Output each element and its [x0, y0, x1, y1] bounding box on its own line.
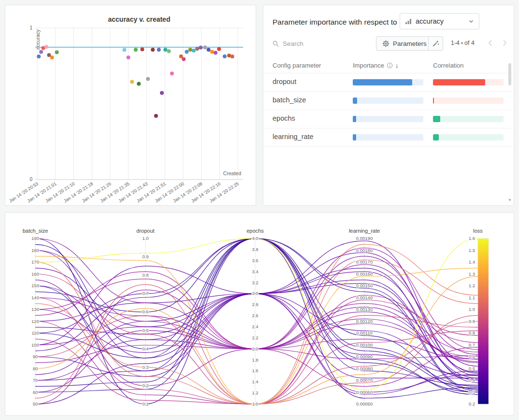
tick-label: 0.6 [469, 354, 475, 359]
search-icon [273, 41, 279, 47]
scatter-plot-container[interactable]: accuracy v. created012.03.04.05.06.07.08… [5, 5, 256, 207]
axis-title: dropout [136, 228, 154, 234]
tick-label: 0.9 [469, 319, 475, 324]
scatter-point[interactable] [140, 47, 144, 51]
tick-label: 1.6 [469, 236, 475, 241]
importance-bar [353, 79, 423, 85]
tick-label: 0.00160 [356, 271, 373, 277]
tick-label: 2.0 [252, 346, 258, 351]
parallel-coordinates-panel: batch_size506070809010011012013014015016… [5, 212, 514, 416]
chevron-down-icon [468, 18, 474, 24]
scatter-point[interactable] [130, 80, 134, 84]
scatter-point[interactable] [160, 91, 164, 95]
scatter-point[interactable] [37, 55, 41, 58]
table-row[interactable]: epochs [263, 110, 514, 128]
scatter-point[interactable] [223, 55, 227, 58]
next-page-button[interactable] [499, 38, 510, 48]
tick-label: 0.00140 [356, 295, 373, 300]
scatter-point[interactable] [214, 51, 217, 55]
tick-label: 0.00170 [356, 259, 373, 265]
tick-label: 0.5 [142, 328, 148, 333]
scrollbar-thumb[interactable] [508, 63, 511, 85]
prev-page-button[interactable] [485, 38, 495, 48]
column-config-parameter: Config parameter [273, 62, 321, 69]
scatter-point[interactable] [217, 47, 221, 51]
scatter-point[interactable] [185, 50, 188, 54]
scatter-point[interactable] [55, 50, 59, 54]
magic-wand-button[interactable] [428, 36, 443, 51]
correlation-bar [433, 116, 504, 122]
pagination-caret-icon: ▾ [461, 41, 463, 45]
tick-label: 150 [31, 283, 39, 288]
pagination[interactable]: 1-4▾ of 4 [451, 40, 475, 46]
scatter-point[interactable] [167, 49, 171, 53]
scatter-point[interactable] [157, 48, 161, 52]
scatter-plot[interactable]: accuracy v. created012.03.04.05.06.07.08… [5, 5, 256, 205]
scatter-point[interactable] [127, 56, 130, 59]
scatter-point[interactable] [134, 48, 138, 52]
tick-label: 70 [33, 378, 38, 383]
scatter-point[interactable] [192, 49, 196, 53]
scatter-point[interactable] [122, 48, 126, 52]
tick-label: 0.00090 [356, 354, 373, 359]
x-axis-label: Created [223, 170, 242, 176]
importance-table-body: dropoutbatch_sizeepochslearning_rate [263, 73, 514, 147]
parallel-coordinates-container[interactable]: batch_size506070809010011012013014015016… [5, 213, 514, 417]
tick-label: 0.00110 [356, 330, 373, 336]
scatter-point[interactable] [188, 48, 192, 52]
scatter-point[interactable] [227, 54, 231, 57]
search-placeholder: Search [283, 40, 303, 47]
scatter-point[interactable] [210, 50, 214, 54]
scatter-point[interactable] [50, 56, 54, 59]
config-parameter-name: learning_rate [273, 133, 314, 140]
importance-title: Parameter importance with respect to [273, 18, 397, 27]
tick-label: 130 [31, 307, 39, 312]
tick-label: 2.2 [252, 335, 258, 340]
tick-label: 3.6 [252, 258, 258, 263]
tick-label: 1.0 [469, 307, 475, 312]
search-input[interactable]: Search [273, 40, 303, 47]
tick-label: 190 [31, 236, 39, 241]
table-row[interactable]: dropout [263, 73, 514, 92]
importance-table-header: Config parameter Importance ↓ Correlatio… [263, 59, 514, 73]
scrollbar-down-arrow-icon[interactable]: ▼ [508, 198, 512, 202]
scatter-point[interactable] [163, 48, 167, 52]
scatter-point[interactable] [182, 57, 186, 61]
importance-header: Parameter importance with respect to acc… [263, 5, 514, 39]
correlation-bar [433, 98, 504, 104]
scatter-point[interactable] [44, 45, 48, 49]
accuracy-scatter-panel: accuracy v. created012.03.04.05.06.07.08… [5, 5, 256, 206]
scatter-point[interactable] [231, 55, 234, 58]
scatter-point[interactable] [203, 45, 207, 49]
chevron-left-icon [488, 40, 492, 46]
run-line[interactable] [35, 248, 478, 350]
scatter-point[interactable] [47, 53, 51, 57]
tick-label: 0.00060 [356, 390, 373, 395]
scatter-point[interactable] [207, 48, 211, 52]
tick-label: 0.4 [142, 346, 148, 351]
scatter-point[interactable] [39, 50, 43, 54]
table-row[interactable]: batch_size [263, 92, 514, 110]
column-importance[interactable]: Importance ↓ [353, 62, 399, 69]
tick-label: 0.1 [142, 401, 148, 406]
scatter-point[interactable] [137, 82, 141, 86]
scatter-point[interactable] [146, 77, 150, 81]
tick-label: 160 [31, 271, 39, 277]
tick-label: 0.00150 [356, 283, 373, 288]
tick-label: 90 [33, 354, 38, 359]
scatter-point[interactable] [151, 48, 155, 52]
vertical-scrollbar[interactable]: ▼ [508, 59, 512, 202]
scatter-point[interactable] [199, 46, 202, 50]
scatter-point[interactable] [170, 71, 174, 75]
tick-label: 0.2 [469, 401, 475, 406]
config-parameter-name: epochs [273, 114, 295, 122]
tick-label: 1.4 [469, 259, 475, 265]
y-tick-label: 1 [29, 25, 32, 30]
tick-label: 60 [33, 390, 38, 395]
scatter-point[interactable] [154, 114, 158, 118]
metric-select-dropdown[interactable]: accuracy [400, 13, 479, 29]
table-row[interactable]: learning_rate [263, 128, 514, 147]
parallel-coordinates-plot[interactable]: batch_size506070809010011012013014015016… [5, 213, 514, 415]
parameters-button[interactable]: Parameters [376, 36, 433, 51]
scatter-point[interactable] [195, 47, 199, 51]
